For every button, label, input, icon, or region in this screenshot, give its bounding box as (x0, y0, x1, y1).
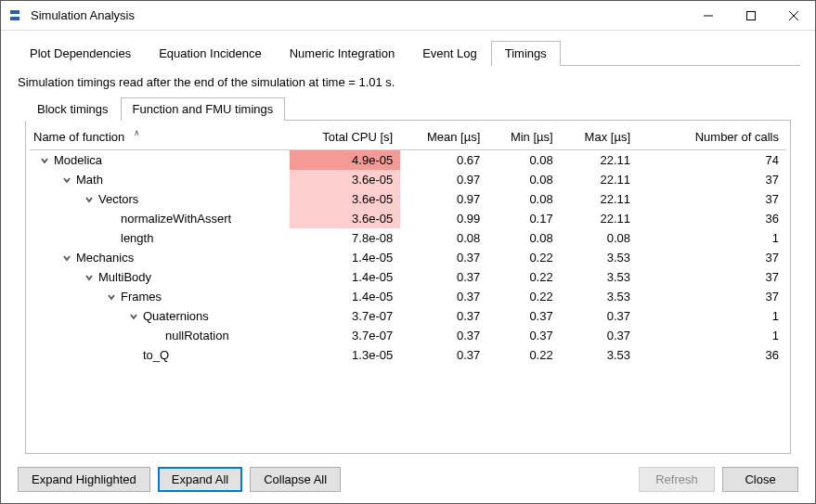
cell-mean: 0.08 (400, 228, 487, 248)
cell-mean: 0.97 (400, 189, 487, 209)
col-min[interactable]: Min [µs] (487, 124, 560, 150)
window-controls (687, 2, 815, 30)
table-row[interactable]: Math3.6e-050.970.0822.1137 (30, 170, 786, 189)
table-header-row: Name of function ∧ Total CPU [s] Mean [µ… (30, 124, 786, 150)
cell-mean: 0.37 (400, 345, 487, 365)
sort-asc-icon: ∧ (134, 128, 140, 137)
table-row[interactable]: nullRotation3.7e-070.370.370.371 (30, 326, 786, 345)
cell-max: 3.53 (561, 248, 638, 267)
timings-table: Name of function ∧ Total CPU [s] Mean [µ… (30, 124, 786, 365)
table-row[interactable]: MultiBody1.4e-050.370.223.5337 (30, 267, 786, 287)
function-name: Vectors (98, 192, 138, 206)
col-mean[interactable]: Mean [µs] (400, 124, 487, 150)
cell-max: 22.11 (561, 189, 638, 209)
cell-mean: 0.37 (400, 287, 487, 306)
cell-total-cpu: 7.8e-08 (290, 228, 400, 248)
spacer (348, 467, 631, 492)
tab-function-fmu-timings[interactable]: Function and FMU timings (121, 97, 286, 121)
timings-grid: Name of function ∧ Total CPU [s] Mean [µ… (25, 121, 791, 454)
cell-calls: 74 (638, 150, 786, 171)
cell-mean: 0.67 (400, 150, 487, 171)
cell-total-cpu: 3.7e-07 (290, 326, 400, 345)
tab-plot-dependencies[interactable]: Plot Dependencies (16, 41, 145, 66)
table-row[interactable]: Modelica4.9e-050.670.0822.1174 (30, 150, 786, 171)
content-area: Plot Dependencies Equation Incidence Num… (1, 31, 815, 503)
cell-mean: 0.37 (400, 248, 487, 267)
chevron-down-icon[interactable] (61, 174, 72, 186)
cell-name: MultiBody (30, 267, 290, 287)
col-total-cpu[interactable]: Total CPU [s] (290, 124, 400, 150)
cell-total-cpu: 3.6e-05 (290, 209, 400, 228)
table-row[interactable]: normalizeWithAssert3.6e-050.990.1722.113… (30, 209, 786, 228)
cell-max: 3.53 (561, 287, 638, 306)
cell-min: 0.08 (487, 150, 560, 171)
table-row[interactable]: Mechanics1.4e-050.370.223.5337 (30, 248, 786, 267)
function-name: Math (76, 173, 103, 187)
chevron-down-icon[interactable] (128, 311, 139, 322)
cell-max: 22.11 (561, 209, 638, 228)
refresh-button[interactable]: Refresh (639, 467, 715, 492)
cell-calls: 36 (638, 345, 786, 365)
cell-calls: 36 (638, 209, 786, 228)
cell-calls: 1 (638, 326, 786, 345)
cell-max: 0.37 (561, 306, 638, 326)
cell-max: 0.08 (561, 228, 638, 248)
titlebar: Simulation Analysis (1, 1, 815, 31)
cell-mean: 0.37 (400, 306, 487, 326)
cell-name: Modelica (30, 150, 290, 171)
cell-total-cpu: 3.6e-05 (290, 189, 400, 209)
cell-calls: 1 (638, 228, 786, 248)
chevron-down-icon[interactable] (61, 252, 72, 264)
cell-calls: 37 (638, 170, 786, 189)
expand-highlighted-button[interactable]: Expand Highlighted (18, 467, 150, 492)
tab-numeric-integration[interactable]: Numeric Integration (276, 41, 408, 66)
cell-min: 0.22 (487, 267, 560, 287)
window-title: Simulation Analysis (31, 8, 687, 22)
cell-calls: 37 (638, 267, 786, 287)
chevron-down-icon[interactable] (84, 194, 95, 205)
svg-rect-2 (747, 11, 756, 19)
function-name: Quaternions (143, 309, 209, 323)
function-name: to_Q (143, 348, 169, 362)
chevron-down-icon[interactable] (39, 155, 50, 166)
cell-min: 0.17 (487, 209, 560, 228)
cell-min: 0.22 (487, 287, 560, 306)
chevron-down-icon[interactable] (84, 272, 95, 283)
cell-name: Quaternions (30, 306, 290, 326)
cell-max: 22.11 (561, 170, 638, 189)
cell-calls: 1 (638, 306, 786, 326)
maximize-button[interactable] (730, 2, 772, 30)
chevron-down-icon[interactable] (106, 291, 117, 303)
function-name: Mechanics (76, 251, 134, 265)
cell-min: 0.08 (487, 228, 560, 248)
close-window-button[interactable] (772, 2, 815, 30)
cell-total-cpu: 1.4e-05 (290, 248, 400, 267)
table-row[interactable]: Quaternions3.7e-070.370.370.371 (30, 306, 786, 326)
col-name[interactable]: Name of function ∧ (30, 124, 290, 150)
table-row[interactable]: Vectors3.6e-050.970.0822.1137 (30, 189, 786, 209)
col-calls[interactable]: Number of calls (638, 124, 786, 150)
cell-name: length (30, 228, 290, 248)
cell-min: 0.08 (487, 189, 560, 209)
cell-min: 0.22 (487, 248, 560, 267)
table-row[interactable]: length7.8e-080.080.080.081 (30, 228, 786, 248)
tab-event-log[interactable]: Event Log (408, 41, 491, 66)
tab-block-timings[interactable]: Block timings (25, 97, 121, 121)
cell-name: Mechanics (30, 248, 290, 267)
cell-mean: 0.37 (400, 267, 487, 287)
cell-min: 0.08 (487, 170, 560, 189)
function-name: Frames (121, 290, 162, 304)
tab-equation-incidence[interactable]: Equation Incidence (145, 41, 276, 66)
close-button[interactable]: Close (722, 467, 798, 492)
minimize-button[interactable] (687, 2, 730, 30)
cell-max: 3.53 (561, 345, 638, 365)
col-max[interactable]: Max [µs] (561, 124, 638, 150)
expand-all-button[interactable]: Expand All (158, 467, 242, 492)
function-name: length (121, 231, 153, 245)
table-row[interactable]: to_Q1.3e-050.370.223.5336 (30, 345, 786, 365)
collapse-all-button[interactable]: Collapse All (250, 467, 341, 492)
svg-rect-0 (10, 10, 19, 14)
table-row[interactable]: Frames1.4e-050.370.223.5337 (30, 287, 786, 306)
tab-timings[interactable]: Timings (491, 41, 561, 66)
cell-total-cpu: 1.4e-05 (290, 267, 400, 287)
